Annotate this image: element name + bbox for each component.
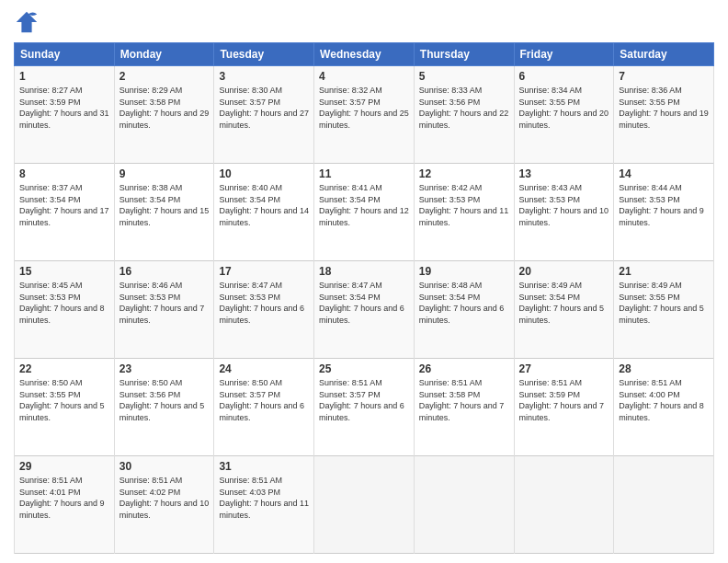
- day-number: 3: [219, 70, 309, 83]
- cell-details: Sunrise: 8:38 AMSunset: 3:54 PMDaylight:…: [119, 182, 210, 228]
- weekday-header-monday: Monday: [114, 43, 214, 66]
- cell-details: Sunrise: 8:51 AMSunset: 3:58 PMDaylight:…: [419, 377, 509, 423]
- day-number: 18: [319, 265, 409, 278]
- weekday-header-sunday: Sunday: [15, 43, 115, 66]
- calendar-cell: 12 Sunrise: 8:42 AMSunset: 3:53 PMDaylig…: [414, 164, 514, 261]
- day-number: 26: [419, 362, 509, 375]
- cell-details: Sunrise: 8:41 AMSunset: 3:54 PMDaylight:…: [319, 182, 409, 228]
- calendar-cell: 18 Sunrise: 8:47 AMSunset: 3:54 PMDaylig…: [314, 261, 415, 359]
- cell-details: Sunrise: 8:42 AMSunset: 3:53 PMDaylight:…: [419, 182, 509, 228]
- day-number: 13: [519, 167, 609, 180]
- calendar-cell: [414, 456, 514, 554]
- calendar-cell: 28 Sunrise: 8:51 AMSunset: 4:00 PMDaylig…: [614, 359, 714, 456]
- calendar-cell: 27 Sunrise: 8:51 AMSunset: 3:59 PMDaylig…: [514, 359, 614, 456]
- calendar-cell: 30 Sunrise: 8:51 AMSunset: 4:02 PMDaylig…: [114, 456, 214, 554]
- day-number: 5: [419, 70, 509, 83]
- cell-details: Sunrise: 8:29 AMSunset: 3:58 PMDaylight:…: [119, 85, 210, 131]
- week-row-4: 22 Sunrise: 8:50 AMSunset: 3:55 PMDaylig…: [15, 359, 714, 456]
- cell-details: Sunrise: 8:51 AMSunset: 4:02 PMDaylight:…: [119, 475, 210, 521]
- cell-details: Sunrise: 8:48 AMSunset: 3:54 PMDaylight:…: [419, 280, 509, 326]
- calendar-cell: 5 Sunrise: 8:33 AMSunset: 3:56 PMDayligh…: [414, 66, 514, 164]
- day-number: 1: [19, 70, 109, 83]
- week-row-3: 15 Sunrise: 8:45 AMSunset: 3:53 PMDaylig…: [15, 261, 714, 359]
- calendar-cell: 2 Sunrise: 8:29 AMSunset: 3:58 PMDayligh…: [114, 66, 214, 164]
- cell-details: Sunrise: 8:27 AMSunset: 3:59 PMDaylight:…: [19, 85, 109, 131]
- day-number: 14: [619, 167, 709, 180]
- day-number: 30: [119, 460, 210, 473]
- week-row-1: 1 Sunrise: 8:27 AMSunset: 3:59 PMDayligh…: [15, 66, 714, 164]
- day-number: 20: [519, 265, 609, 278]
- logo-icon: [14, 9, 40, 35]
- day-number: 22: [19, 362, 109, 375]
- calendar-cell: 17 Sunrise: 8:47 AMSunset: 3:53 PMDaylig…: [214, 261, 314, 359]
- calendar-cell: [614, 456, 714, 554]
- cell-details: Sunrise: 8:47 AMSunset: 3:54 PMDaylight:…: [319, 280, 409, 326]
- day-number: 7: [619, 70, 709, 83]
- day-number: 4: [319, 70, 409, 83]
- calendar-cell: 24 Sunrise: 8:50 AMSunset: 3:57 PMDaylig…: [214, 359, 314, 456]
- day-number: 11: [319, 167, 409, 180]
- page: SundayMondayTuesdayWednesdayThursdayFrid…: [0, 0, 728, 563]
- cell-details: Sunrise: 8:47 AMSunset: 3:53 PMDaylight:…: [219, 280, 309, 326]
- day-number: 10: [219, 167, 309, 180]
- cell-details: Sunrise: 8:36 AMSunset: 3:55 PMDaylight:…: [619, 85, 709, 131]
- calendar-cell: 19 Sunrise: 8:48 AMSunset: 3:54 PMDaylig…: [414, 261, 514, 359]
- cell-details: Sunrise: 8:33 AMSunset: 3:56 PMDaylight:…: [419, 85, 509, 131]
- cell-details: Sunrise: 8:51 AMSunset: 3:59 PMDaylight:…: [519, 377, 609, 423]
- cell-details: Sunrise: 8:51 AMSunset: 3:57 PMDaylight:…: [319, 377, 409, 423]
- day-number: 15: [19, 265, 109, 278]
- day-number: 27: [519, 362, 609, 375]
- cell-details: Sunrise: 8:40 AMSunset: 3:54 PMDaylight:…: [219, 182, 309, 228]
- day-number: 8: [19, 167, 109, 180]
- calendar-cell: 25 Sunrise: 8:51 AMSunset: 3:57 PMDaylig…: [314, 359, 415, 456]
- week-row-2: 8 Sunrise: 8:37 AMSunset: 3:54 PMDayligh…: [15, 164, 714, 261]
- cell-details: Sunrise: 8:34 AMSunset: 3:55 PMDaylight:…: [519, 85, 609, 131]
- day-number: 6: [519, 70, 609, 83]
- day-number: 12: [419, 167, 509, 180]
- weekday-header-tuesday: Tuesday: [214, 43, 314, 66]
- calendar-cell: 15 Sunrise: 8:45 AMSunset: 3:53 PMDaylig…: [15, 261, 115, 359]
- day-number: 17: [219, 265, 309, 278]
- calendar-cell: 1 Sunrise: 8:27 AMSunset: 3:59 PMDayligh…: [15, 66, 115, 164]
- cell-details: Sunrise: 8:50 AMSunset: 3:56 PMDaylight:…: [119, 377, 210, 423]
- calendar-table: SundayMondayTuesdayWednesdayThursdayFrid…: [14, 42, 714, 554]
- day-number: 28: [619, 362, 709, 375]
- cell-details: Sunrise: 8:49 AMSunset: 3:54 PMDaylight:…: [519, 280, 609, 326]
- day-number: 16: [119, 265, 210, 278]
- week-row-5: 29 Sunrise: 8:51 AMSunset: 4:01 PMDaylig…: [15, 456, 714, 554]
- day-number: 25: [319, 362, 409, 375]
- calendar-cell: 4 Sunrise: 8:32 AMSunset: 3:57 PMDayligh…: [314, 66, 415, 164]
- cell-details: Sunrise: 8:51 AMSunset: 4:00 PMDaylight:…: [619, 377, 709, 423]
- calendar-cell: 10 Sunrise: 8:40 AMSunset: 3:54 PMDaylig…: [214, 164, 314, 261]
- calendar-cell: 23 Sunrise: 8:50 AMSunset: 3:56 PMDaylig…: [114, 359, 214, 456]
- cell-details: Sunrise: 8:30 AMSunset: 3:57 PMDaylight:…: [219, 85, 309, 131]
- calendar: SundayMondayTuesdayWednesdayThursdayFrid…: [14, 42, 714, 554]
- cell-details: Sunrise: 8:49 AMSunset: 3:55 PMDaylight:…: [619, 280, 709, 326]
- calendar-cell: 8 Sunrise: 8:37 AMSunset: 3:54 PMDayligh…: [15, 164, 115, 261]
- calendar-cell: 14 Sunrise: 8:44 AMSunset: 3:53 PMDaylig…: [614, 164, 714, 261]
- calendar-cell: 7 Sunrise: 8:36 AMSunset: 3:55 PMDayligh…: [614, 66, 714, 164]
- calendar-cell: [314, 456, 415, 554]
- day-number: 23: [119, 362, 210, 375]
- calendar-cell: 6 Sunrise: 8:34 AMSunset: 3:55 PMDayligh…: [514, 66, 614, 164]
- day-number: 24: [219, 362, 309, 375]
- day-number: 19: [419, 265, 509, 278]
- calendar-cell: 26 Sunrise: 8:51 AMSunset: 3:58 PMDaylig…: [414, 359, 514, 456]
- weekday-header-row: SundayMondayTuesdayWednesdayThursdayFrid…: [15, 43, 714, 66]
- logo: [14, 9, 43, 35]
- calendar-cell: 9 Sunrise: 8:38 AMSunset: 3:54 PMDayligh…: [114, 164, 214, 261]
- calendar-cell: 31 Sunrise: 8:51 AMSunset: 4:03 PMDaylig…: [214, 456, 314, 554]
- calendar-cell: 22 Sunrise: 8:50 AMSunset: 3:55 PMDaylig…: [15, 359, 115, 456]
- day-number: 29: [19, 460, 109, 473]
- header: [14, 9, 714, 35]
- day-number: 9: [119, 167, 210, 180]
- cell-details: Sunrise: 8:43 AMSunset: 3:53 PMDaylight:…: [519, 182, 609, 228]
- calendar-cell: 21 Sunrise: 8:49 AMSunset: 3:55 PMDaylig…: [614, 261, 714, 359]
- cell-details: Sunrise: 8:46 AMSunset: 3:53 PMDaylight:…: [119, 280, 210, 326]
- day-number: 21: [619, 265, 709, 278]
- calendar-cell: 29 Sunrise: 8:51 AMSunset: 4:01 PMDaylig…: [15, 456, 115, 554]
- weekday-header-friday: Friday: [514, 43, 614, 66]
- cell-details: Sunrise: 8:51 AMSunset: 4:01 PMDaylight:…: [19, 475, 109, 521]
- day-number: 2: [119, 70, 210, 83]
- calendar-cell: 16 Sunrise: 8:46 AMSunset: 3:53 PMDaylig…: [114, 261, 214, 359]
